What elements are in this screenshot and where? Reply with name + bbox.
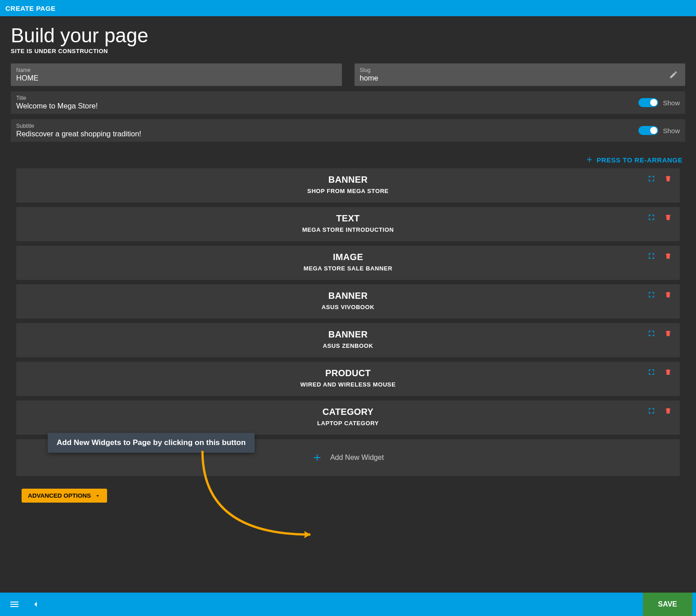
widget-desc: WIRED AND WIRELESS MOUSE — [22, 381, 674, 388]
widget-type: TEXT — [22, 213, 674, 224]
widget-type: IMAGE — [22, 252, 674, 262]
tooltip: Add New Widgets to Page by clicking on t… — [48, 433, 255, 453]
title-show-label: Show — [663, 99, 680, 107]
slug-label: Slug — [360, 67, 680, 73]
plus-icon — [312, 453, 322, 463]
add-widget-label: Add New Widget — [330, 454, 384, 462]
slug-field[interactable]: Slug home — [355, 63, 686, 86]
expand-icon[interactable] — [647, 368, 656, 376]
widget-type: BANNER — [22, 329, 674, 340]
widget-type: PRODUCT — [22, 368, 674, 378]
widget-row[interactable]: PRODUCTWIRED AND WIRELESS MOUSE — [16, 362, 680, 396]
widget-desc: MEGA STORE INTRODUCTION — [22, 226, 674, 233]
expand-icon[interactable] — [647, 175, 656, 183]
name-field[interactable]: Name HOME — [11, 63, 342, 86]
bottombar: SAVE — [0, 593, 696, 616]
widget-type: CATEGORY — [22, 407, 674, 417]
move-icon — [586, 157, 593, 164]
expand-icon[interactable] — [647, 252, 656, 260]
widgets-list: BANNERSHOP FROM MEGA STORETEXTMEGA STORE… — [11, 168, 685, 435]
menu-icon[interactable] — [4, 599, 25, 610]
tooltip-text: Add New Widgets to Page by clicking on t… — [57, 438, 246, 447]
expand-icon[interactable] — [647, 329, 656, 337]
advanced-options-button[interactable]: ADVANCED OPTIONS — [22, 489, 107, 503]
title-field[interactable]: Title Welcome to Mega Store! Show — [11, 91, 685, 114]
subtitle-show-label: Show — [663, 127, 680, 135]
name-value: HOME — [16, 74, 337, 82]
title-show-toggle[interactable] — [638, 98, 658, 107]
widget-desc: SHOP FROM MEGA STORE — [22, 188, 674, 194]
subtitle-value: Rediscover a great shopping tradition! — [16, 130, 638, 138]
trash-icon[interactable] — [665, 175, 672, 183]
pencil-icon[interactable] — [669, 70, 678, 79]
widget-row[interactable]: CATEGORYLAPTOP CATEGORY — [16, 400, 680, 435]
expand-icon[interactable] — [647, 291, 656, 299]
name-label: Name — [16, 67, 337, 73]
expand-icon[interactable] — [647, 213, 656, 221]
title-label: Title — [16, 95, 638, 101]
trash-icon[interactable] — [665, 329, 672, 337]
page-title: Build your page — [11, 24, 685, 47]
back-icon[interactable] — [25, 599, 46, 609]
content-area: Build your page SITE IS UNDER CONSTRUCTI… — [0, 16, 696, 593]
title-value: Welcome to Mega Store! — [16, 102, 638, 110]
trash-icon[interactable] — [665, 252, 672, 260]
rearrange-button[interactable]: PRESS TO RE-ARRANGE — [11, 156, 683, 164]
slug-value: home — [360, 74, 680, 82]
topbar: CREATE PAGE — [0, 0, 696, 16]
subtitle-label: Subtitle — [16, 123, 638, 129]
topbar-title: CREATE PAGE — [5, 4, 56, 12]
widget-row[interactable]: IMAGEMEGA STORE SALE BANNER — [16, 246, 680, 280]
rearrange-label: PRESS TO RE-ARRANGE — [597, 156, 683, 164]
widget-row[interactable]: BANNERSHOP FROM MEGA STORE — [16, 168, 680, 202]
widget-desc: ASUS VIVOBOOK — [22, 304, 674, 310]
widget-desc: LAPTOP CATEGORY — [22, 420, 674, 427]
expand-icon[interactable] — [647, 407, 656, 415]
save-label: SAVE — [658, 600, 677, 608]
trash-icon[interactable] — [665, 291, 672, 299]
subtitle-show-toggle[interactable] — [638, 126, 658, 135]
widget-row[interactable]: TEXTMEGA STORE INTRODUCTION — [16, 207, 680, 241]
widget-row[interactable]: BANNERASUS VIVOBOOK — [16, 284, 680, 319]
save-button[interactable]: SAVE — [643, 593, 692, 616]
subtitle-field[interactable]: Subtitle Rediscover a great shopping tra… — [11, 119, 685, 142]
advanced-options-label: ADVANCED OPTIONS — [28, 492, 91, 499]
trash-icon[interactable] — [665, 213, 672, 221]
chevron-down-icon — [94, 493, 101, 499]
page-subtitle: SITE IS UNDER CONSTRUCTION — [11, 48, 685, 54]
widget-row[interactable]: BANNERASUS ZENBOOK — [16, 323, 680, 357]
widget-type: BANNER — [22, 175, 674, 185]
trash-icon[interactable] — [665, 407, 672, 415]
widget-type: BANNER — [22, 291, 674, 301]
widget-desc: ASUS ZENBOOK — [22, 342, 674, 349]
trash-icon[interactable] — [665, 368, 672, 376]
widget-desc: MEGA STORE SALE BANNER — [22, 265, 674, 272]
